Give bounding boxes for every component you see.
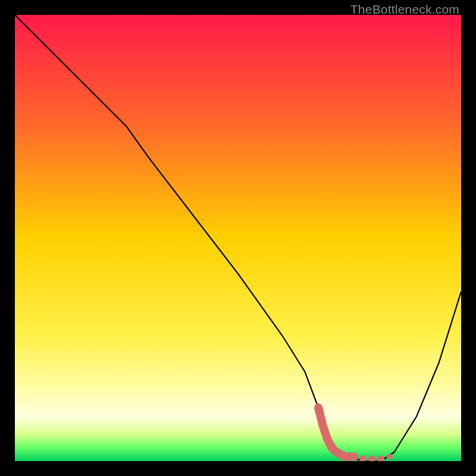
highlight-dot	[387, 454, 393, 460]
chart-svg	[15, 15, 461, 461]
chart-frame	[15, 15, 461, 461]
watermark-text: TheBottleneck.com	[350, 2, 459, 17]
